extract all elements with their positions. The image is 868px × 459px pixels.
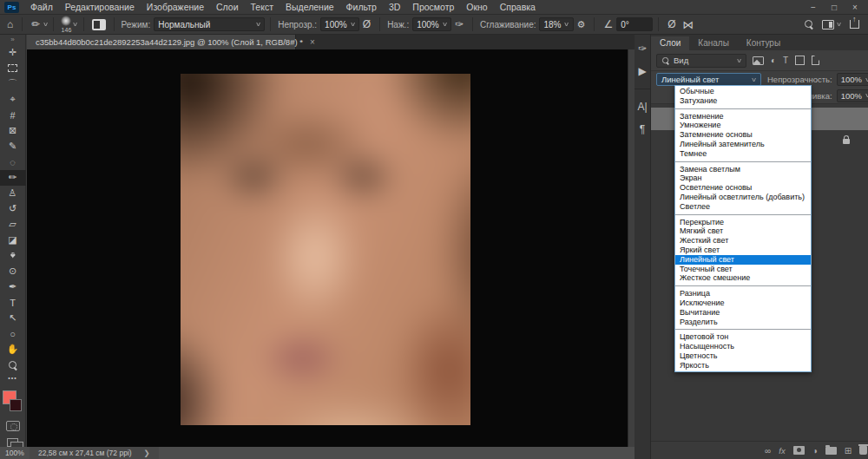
blend-option[interactable]: Затемнение <box>675 112 811 121</box>
blur-tool[interactable]: ♠ <box>0 248 26 264</box>
paint-symmetry-icon[interactable]: ⋈ <box>680 19 698 30</box>
menu-item-2[interactable]: Изображение <box>141 0 210 15</box>
menu-item-8[interactable]: Просмотр <box>406 0 460 15</box>
filter-shape-layers-icon[interactable] <box>795 56 805 65</box>
blend-option[interactable]: Жесткий свет <box>675 236 811 246</box>
blend-option[interactable]: Замена светлым <box>675 165 811 174</box>
layer-filter-select[interactable]: Вид ∨ <box>656 54 746 68</box>
character-panel-icon[interactable]: A| <box>637 102 647 112</box>
history-brush-tool[interactable]: ↺ <box>0 201 26 217</box>
blend-option[interactable]: Исключение <box>675 298 811 308</box>
search-icon[interactable] <box>805 20 813 29</box>
filter-pixel-layers-icon[interactable] <box>753 56 764 65</box>
blend-option[interactable]: Вычитание <box>675 308 811 318</box>
menu-item-1[interactable]: Редактирование <box>59 0 141 15</box>
smoothing-gear-icon[interactable]: ⚙ <box>574 20 589 30</box>
blend-option[interactable]: Точечный свет <box>675 265 811 274</box>
brush-angle-input[interactable]: 0° <box>616 17 653 31</box>
canvas-scrollbar[interactable] <box>628 49 635 447</box>
toolbar-collapse-icon[interactable]: » <box>10 35 14 45</box>
path-selection-tool[interactable]: ↖ <box>0 311 26 326</box>
spot-healing-brush-tool[interactable]: ◌ <box>0 154 26 170</box>
blend-option[interactable]: Разница <box>675 289 811 298</box>
chevron-down-icon[interactable]: ∨ <box>43 21 49 28</box>
filter-smart-objects-icon[interactable] <box>812 56 819 65</box>
adjustment-layer-icon[interactable]: ◑ <box>812 446 818 456</box>
hand-tool[interactable]: ✋ <box>0 342 26 357</box>
pen-tool[interactable]: ✒ <box>0 279 26 295</box>
blend-option[interactable]: Экран <box>675 174 811 183</box>
tab-Каналы[interactable]: Каналы <box>689 36 738 50</box>
blend-option[interactable]: Яркий свет <box>675 246 811 255</box>
document-info[interactable]: 22,58 см x 27,41 см (72 ppi) ❯ <box>30 447 159 459</box>
restore-button[interactable]: □ <box>825 1 844 14</box>
blend-option[interactable]: Линейный свет <box>675 255 811 265</box>
gradient-tool[interactable]: ◪ <box>0 233 26 248</box>
new-group-icon[interactable] <box>825 447 837 455</box>
layer-blend-mode-select[interactable]: Линейный свет ∨ <box>656 73 761 86</box>
opacity-select[interactable]: 100% ∨ <box>320 17 359 31</box>
minimize-button[interactable]: − <box>804 1 823 14</box>
blend-option[interactable]: Обычные <box>675 87 811 96</box>
edit-toolbar-icon[interactable]: ••• <box>0 373 26 384</box>
eraser-tool[interactable]: ▱ <box>0 217 26 233</box>
clone-stamp-tool[interactable]: ♙ <box>0 186 26 201</box>
layer-style-icon[interactable]: fx <box>779 446 785 456</box>
close-button[interactable]: × <box>845 1 865 14</box>
frame-tool[interactable]: ⊠ <box>0 123 26 139</box>
rectangular-marquee-tool[interactable] <box>0 61 26 76</box>
lasso-tool[interactable]: ⌒ <box>0 76 26 92</box>
blend-option[interactable]: Осветление основы <box>675 183 811 193</box>
background-color-swatch[interactable] <box>10 399 22 411</box>
airbrush-icon[interactable]: ✑ <box>451 19 467 30</box>
eyedropper-tool[interactable]: ✎ <box>0 139 26 154</box>
zoom-tool[interactable] <box>0 357 26 373</box>
blend-option[interactable]: Мягкий свет <box>675 226 811 236</box>
blend-option[interactable]: Яркость <box>675 361 811 370</box>
blend-option[interactable]: Затухание <box>675 96 811 106</box>
link-layers-icon[interactable]: ∞ <box>765 446 771 456</box>
menu-item-0[interactable]: Файл <box>24 0 59 15</box>
menu-item-9[interactable]: Окно <box>460 0 493 15</box>
flow-select[interactable]: 100% ∨ <box>412 17 451 31</box>
type-tool[interactable]: T <box>0 295 26 311</box>
blend-option[interactable]: Светлее <box>675 202 811 212</box>
workspace-switcher[interactable]: ∨ <box>822 20 841 30</box>
chevron-down-icon[interactable]: ∨ <box>72 21 78 28</box>
home-icon[interactable]: ⌂ <box>3 19 16 30</box>
toggle-brush-panel-icon[interactable] <box>92 19 106 30</box>
fill-select[interactable]: 100% ∨ <box>837 89 868 102</box>
brush-preset-icon[interactable]: ✏ <box>28 19 43 30</box>
tab-close-icon[interactable]: × <box>310 37 315 47</box>
blend-option[interactable]: Умножение <box>675 121 811 130</box>
filter-adjustment-layers-icon[interactable]: ◐ <box>771 56 776 65</box>
layer-opacity-select[interactable]: 100% ∨ <box>837 73 868 86</box>
blend-option[interactable]: Перекрытие <box>675 218 811 227</box>
crop-tool[interactable]: # <box>0 108 26 123</box>
photo-image[interactable] <box>181 74 470 425</box>
blend-option[interactable]: Темнее <box>675 149 811 159</box>
add-layer-mask-icon[interactable] <box>793 446 805 455</box>
menu-item-5[interactable]: Выделение <box>279 0 340 15</box>
quick-mask-icon[interactable] <box>6 421 20 431</box>
menu-item-7[interactable]: 3D <box>383 0 406 15</box>
dodge-tool[interactable]: ⊙ <box>0 264 26 279</box>
move-tool[interactable]: ✛ <box>0 45 26 61</box>
blend-option[interactable]: Линейный осветлитель (добавить) <box>675 193 811 202</box>
tab-Контуры[interactable]: Контуры <box>738 36 789 50</box>
menu-item-10[interactable]: Справка <box>494 0 542 15</box>
quick-selection-tool[interactable]: ⌖ <box>0 92 26 108</box>
ellipse-shape-tool[interactable]: ○ <box>0 326 26 342</box>
blend-option[interactable]: Цветность <box>675 351 811 361</box>
brush-preview[interactable]: 146 <box>61 16 71 33</box>
screen-mode-icon[interactable] <box>7 438 18 447</box>
menu-item-3[interactable]: Слои <box>210 0 245 15</box>
blend-option[interactable]: Линейный затемнитель <box>675 140 811 149</box>
menu-item-6[interactable]: Фильтр <box>340 0 383 15</box>
blend-option[interactable]: Насыщенность <box>675 342 811 351</box>
zoom-level[interactable]: 100% <box>0 449 30 457</box>
menu-item-4[interactable]: Текст <box>245 0 279 15</box>
delete-layer-icon[interactable] <box>859 446 867 455</box>
filter-type-layers-icon[interactable]: T <box>783 56 788 65</box>
panel-menu-icon[interactable]: ≡ <box>864 38 868 50</box>
